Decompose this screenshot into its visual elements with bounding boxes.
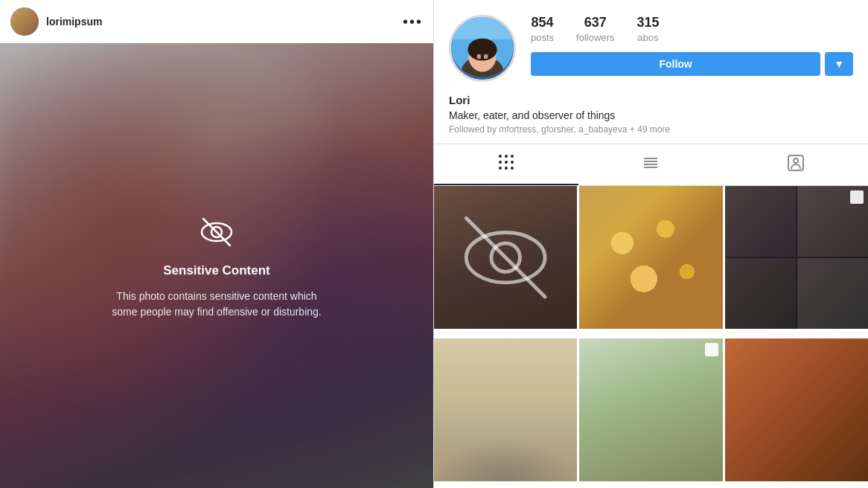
list-icon <box>642 154 660 176</box>
more-options-button[interactable]: ••• <box>403 14 423 29</box>
tab-list[interactable] <box>578 144 723 185</box>
following-stat[interactable]: 315 abos <box>636 15 659 43</box>
grid-item[interactable] <box>434 338 577 481</box>
svg-point-18 <box>505 167 508 170</box>
svg-rect-5 <box>451 17 514 39</box>
grid-item[interactable] <box>579 338 722 481</box>
grid-item[interactable] <box>579 186 722 329</box>
stats-row: 854 posts 637 followers 315 abos <box>531 15 853 43</box>
avatar-svg <box>451 17 514 80</box>
tab-grid[interactable] <box>434 144 578 185</box>
grid-item[interactable] <box>725 338 868 481</box>
profile-avatar[interactable] <box>449 15 516 82</box>
profile-header: 854 posts 637 followers 315 abos Follow … <box>434 0 868 94</box>
svg-point-11 <box>499 155 502 158</box>
svg-point-16 <box>511 161 514 164</box>
photo-grid <box>434 186 868 488</box>
sensitive-description: This photo contains sensitive content wh… <box>105 289 328 320</box>
follow-dropdown-button[interactable]: ▼ <box>825 52 853 76</box>
avatar-image <box>451 17 514 80</box>
left-panel: lorimipsum ••• Sensitive Content This ph… <box>0 0 434 488</box>
chevron-down-icon: ▼ <box>834 58 844 70</box>
followed-by-text: Followed by mfortress, gforsher, a_babay… <box>449 124 853 135</box>
svg-line-28 <box>466 218 545 297</box>
person-tag-icon <box>787 154 805 176</box>
profile-stats: 854 posts 637 followers 315 abos Follow … <box>531 15 853 76</box>
post-header-left: lorimipsum <box>10 7 102 36</box>
followers-stat[interactable]: 637 followers <box>576 15 614 43</box>
post-image: Sensitive Content This photo contains se… <box>0 43 433 488</box>
svg-point-15 <box>505 161 508 164</box>
following-label: abos <box>637 32 658 43</box>
grid-item[interactable] <box>434 186 577 329</box>
tab-tagged[interactable] <box>724 144 868 185</box>
profile-tabs <box>434 144 868 186</box>
profile-name: Lori <box>449 94 853 106</box>
sensitive-title: Sensitive Content <box>163 263 270 278</box>
grid-item-badge <box>705 343 718 356</box>
grid-icon <box>497 153 515 175</box>
followers-count: 637 <box>584 15 607 30</box>
followers-label: followers <box>576 32 614 43</box>
svg-point-8 <box>467 39 497 61</box>
follow-row: Follow ▼ <box>531 52 853 76</box>
svg-point-9 <box>477 54 482 60</box>
grid-item[interactable] <box>725 186 868 329</box>
grid-eye-slash-icon <box>434 186 577 329</box>
sensitive-content-overlay: Sensitive Content This photo contains se… <box>90 196 343 335</box>
posts-label: posts <box>531 32 554 43</box>
posts-stat[interactable]: 854 posts <box>531 15 554 43</box>
eye-slash-icon <box>196 211 237 253</box>
svg-point-19 <box>511 167 514 170</box>
following-count: 315 <box>636 15 659 30</box>
right-panel: 854 posts 637 followers 315 abos Follow … <box>434 0 868 488</box>
svg-point-12 <box>505 155 508 158</box>
posts-count: 854 <box>532 15 554 30</box>
profile-bio: Maker, eater, and observer of things <box>449 109 853 121</box>
svg-point-10 <box>484 54 488 60</box>
post-username[interactable]: lorimipsum <box>46 16 102 28</box>
svg-point-14 <box>499 161 502 164</box>
svg-point-13 <box>511 155 514 158</box>
svg-point-25 <box>794 158 798 163</box>
profile-info: Lori Maker, eater, and observer of thing… <box>434 94 868 144</box>
post-header: lorimipsum ••• <box>0 0 433 43</box>
post-avatar[interactable] <box>10 7 39 36</box>
follow-button[interactable]: Follow <box>531 52 820 76</box>
grid-item-badge <box>850 190 864 204</box>
svg-point-17 <box>499 167 502 170</box>
